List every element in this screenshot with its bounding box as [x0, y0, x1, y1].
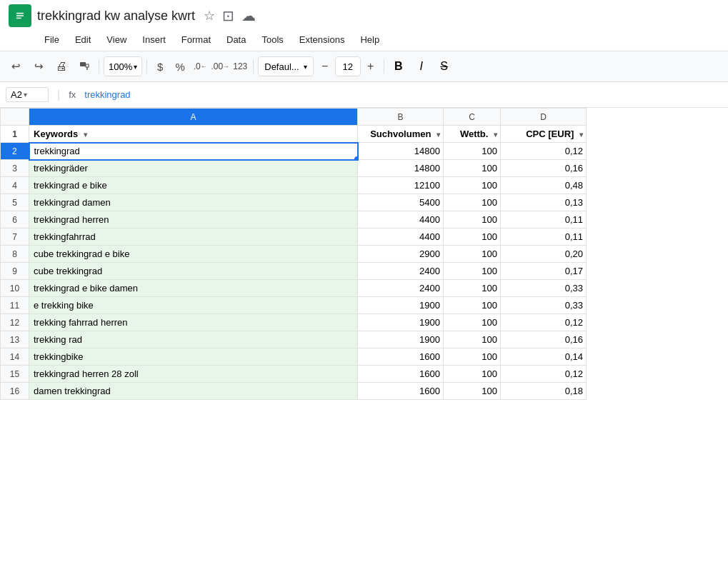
- row-header-16[interactable]: 16: [1, 383, 29, 400]
- cell-d4[interactable]: 0,48: [501, 177, 587, 194]
- cell-b6[interactable]: 4400: [358, 211, 444, 229]
- cell-d1[interactable]: CPC [EUR] ▾: [501, 126, 587, 143]
- cell-d15[interactable]: 0,12: [501, 366, 587, 383]
- row-header-4[interactable]: 4: [1, 177, 29, 194]
- redo-button[interactable]: ↪: [29, 56, 49, 76]
- row-header-8[interactable]: 8: [1, 246, 29, 263]
- star-icon[interactable]: ☆: [204, 8, 215, 24]
- cell-a5[interactable]: trekkingrad damen: [29, 194, 358, 211]
- col-header-b[interactable]: B: [358, 109, 444, 126]
- increase-font-button[interactable]: +: [362, 56, 379, 76]
- percent-button[interactable]: %: [171, 56, 189, 76]
- cell-d7[interactable]: 0,11: [501, 229, 587, 246]
- cell-c15[interactable]: 100: [444, 366, 501, 383]
- filter-icon-b[interactable]: ▾: [437, 131, 440, 139]
- cell-c4[interactable]: 100: [444, 177, 501, 194]
- cell-c7[interactable]: 100: [444, 229, 501, 246]
- cell-a3[interactable]: trekkingräder: [29, 160, 358, 177]
- row-header-5[interactable]: 5: [1, 194, 29, 211]
- cell-a9[interactable]: cube trekkingrad: [29, 263, 358, 280]
- cell-a8[interactable]: cube trekkingrad e bike: [29, 246, 358, 263]
- row-header-3[interactable]: 3: [1, 160, 29, 177]
- menu-help[interactable]: Help: [353, 31, 387, 48]
- col-header-a[interactable]: A: [29, 109, 358, 126]
- cell-b3[interactable]: 14800: [358, 160, 444, 177]
- cell-a6[interactable]: trekkingrad herren: [29, 211, 358, 229]
- strikethrough-button[interactable]: S: [434, 56, 454, 76]
- cell-c16[interactable]: 100: [444, 383, 501, 400]
- cell-c8[interactable]: 100: [444, 246, 501, 263]
- cell-d2[interactable]: 0,12: [501, 143, 587, 160]
- filter-icon-d[interactable]: ▾: [579, 131, 583, 139]
- row-header-13[interactable]: 13: [1, 331, 29, 348]
- menu-view[interactable]: View: [99, 31, 134, 48]
- cell-d5[interactable]: 0,13: [501, 194, 587, 211]
- paint-format-button[interactable]: [74, 56, 94, 76]
- menu-format[interactable]: Format: [174, 31, 218, 48]
- cell-a1[interactable]: Keywords ▾: [29, 126, 358, 143]
- cell-c10[interactable]: 100: [444, 280, 501, 297]
- font-size-input[interactable]: [335, 56, 361, 76]
- cell-b12[interactable]: 1900: [358, 314, 444, 331]
- undo-button[interactable]: ↩: [6, 56, 26, 76]
- cell-a11[interactable]: e trekking bike: [29, 297, 358, 314]
- spreadsheet-container[interactable]: A B C D 1 Keywords ▾ Suchvolumen ▾: [0, 108, 728, 400]
- cell-b11[interactable]: 1900: [358, 297, 444, 314]
- cell-c1[interactable]: Wettb. ▾: [444, 126, 501, 143]
- cell-d6[interactable]: 0,11: [501, 211, 587, 229]
- italic-button[interactable]: I: [412, 56, 432, 76]
- folder-icon[interactable]: ⊡: [222, 7, 234, 24]
- row-header-11[interactable]: 11: [1, 297, 29, 314]
- cell-b7[interactable]: 4400: [358, 229, 444, 246]
- decimal-up-button[interactable]: .00 →: [211, 56, 229, 76]
- filter-icon-c[interactable]: ▾: [494, 131, 497, 139]
- cell-b16[interactable]: 1600: [358, 383, 444, 400]
- decrease-font-button[interactable]: −: [316, 56, 334, 76]
- row-header-6[interactable]: 6: [1, 211, 29, 229]
- menu-insert[interactable]: Insert: [135, 31, 173, 48]
- cloud-icon[interactable]: ☁: [241, 7, 256, 24]
- col-header-d[interactable]: D: [501, 109, 587, 126]
- cell-a14[interactable]: trekkingbike: [29, 348, 358, 366]
- zoom-selector[interactable]: 100% ▾: [104, 56, 142, 76]
- cell-d9[interactable]: 0,17: [501, 263, 587, 280]
- cell-d16[interactable]: 0,18: [501, 383, 587, 400]
- cell-a12[interactable]: trekking fahrrad herren: [29, 314, 358, 331]
- decimal-down-button[interactable]: .0 ←: [191, 56, 209, 76]
- cell-d13[interactable]: 0,16: [501, 331, 587, 348]
- cell-a4[interactable]: trekkingrad e bike: [29, 177, 358, 194]
- row-header-12[interactable]: 12: [1, 314, 29, 331]
- cell-reference-box[interactable]: A2 ▾: [6, 87, 49, 102]
- menu-data[interactable]: Data: [219, 31, 253, 48]
- cell-c3[interactable]: 100: [444, 160, 501, 177]
- row-header-9[interactable]: 9: [1, 263, 29, 280]
- cell-d12[interactable]: 0,12: [501, 314, 587, 331]
- format-number-button[interactable]: 123: [231, 56, 249, 76]
- cell-a16[interactable]: damen trekkingrad: [29, 383, 358, 400]
- cell-b1[interactable]: Suchvolumen ▾: [358, 126, 444, 143]
- row-header-10[interactable]: 10: [1, 280, 29, 297]
- cell-b2[interactable]: 14800: [358, 143, 444, 160]
- font-family-selector[interactable]: Defaul... ▾: [258, 56, 313, 76]
- row-header-14[interactable]: 14: [1, 348, 29, 366]
- cell-c12[interactable]: 100: [444, 314, 501, 331]
- cell-a13[interactable]: trekking rad: [29, 331, 358, 348]
- cell-c14[interactable]: 100: [444, 348, 501, 366]
- cell-c2[interactable]: 100: [444, 143, 501, 160]
- cell-c11[interactable]: 100: [444, 297, 501, 314]
- print-button[interactable]: 🖨: [51, 56, 71, 76]
- cell-d14[interactable]: 0,14: [501, 348, 587, 366]
- menu-file[interactable]: File: [37, 31, 66, 48]
- cell-d10[interactable]: 0,33: [501, 280, 587, 297]
- cell-b4[interactable]: 12100: [358, 177, 444, 194]
- cell-c9[interactable]: 100: [444, 263, 501, 280]
- cell-a15[interactable]: trekkingrad herren 28 zoll: [29, 366, 358, 383]
- cell-b5[interactable]: 5400: [358, 194, 444, 211]
- currency-button[interactable]: $: [151, 56, 169, 76]
- cell-a2[interactable]: trekkingrad: [29, 143, 358, 160]
- row-header-2[interactable]: 2: [1, 143, 29, 160]
- row-header-1[interactable]: 1: [1, 126, 29, 143]
- cell-a7[interactable]: trekkingfahrrad: [29, 229, 358, 246]
- cell-b15[interactable]: 1600: [358, 366, 444, 383]
- menu-tools[interactable]: Tools: [254, 31, 290, 48]
